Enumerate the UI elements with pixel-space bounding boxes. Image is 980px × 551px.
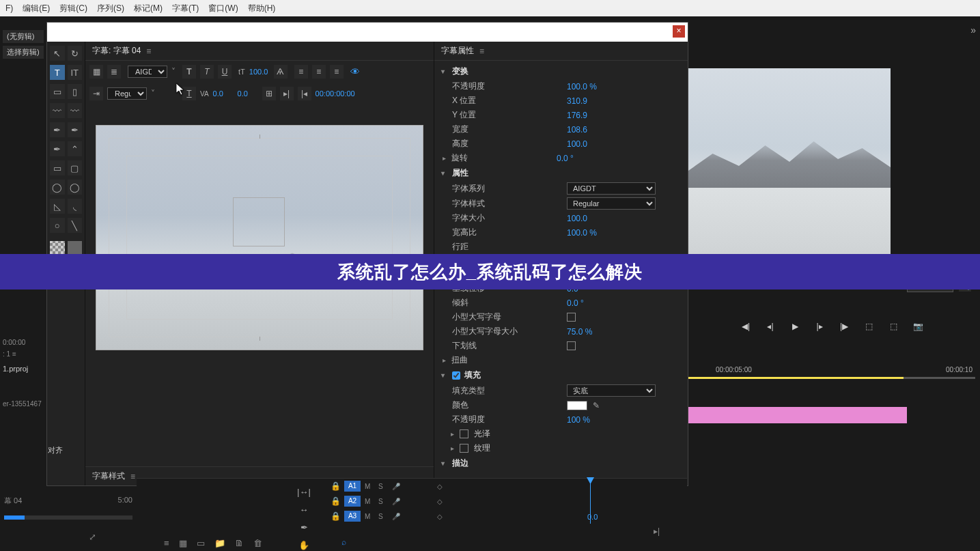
zoom-ratio[interactable]: : 1 ≡ bbox=[3, 350, 44, 358]
font-size-value[interactable]: 100.0 bbox=[249, 68, 270, 76]
menu-file[interactable]: F) bbox=[5, 3, 13, 13]
mark-in-icon[interactable]: ◀| bbox=[740, 321, 751, 332]
trash-icon[interactable]: 🗑 bbox=[253, 538, 262, 548]
track-tag-a3[interactable]: A3 bbox=[344, 511, 361, 522]
styles-menu-icon[interactable]: ≡ bbox=[130, 472, 135, 481]
font-size-value-2[interactable]: 100.0 bbox=[567, 214, 587, 223]
rounded-rect-tool[interactable]: ▢ bbox=[68, 160, 83, 175]
mute-btn[interactable]: M bbox=[365, 483, 374, 490]
rotate-tool[interactable]: ↻ bbox=[68, 46, 83, 61]
menu-sequence[interactable]: 序列(S) bbox=[97, 3, 124, 14]
voice-icon[interactable]: 🎤 bbox=[392, 498, 402, 505]
height-value[interactable]: 100.0 bbox=[567, 139, 587, 149]
lock-icon[interactable]: 🔒 bbox=[331, 496, 340, 506]
lift-icon[interactable]: ⬚ bbox=[863, 321, 874, 332]
close-icon[interactable]: × bbox=[673, 25, 685, 38]
area-type-tool[interactable]: ▭ bbox=[50, 84, 65, 99]
fill-type-select[interactable]: 实底 bbox=[567, 384, 656, 397]
align-center-icon[interactable]: ≡ bbox=[312, 65, 326, 79]
lock-icon[interactable]: 🔒 bbox=[331, 481, 340, 491]
color-swatch[interactable] bbox=[567, 401, 587, 410]
extract-icon[interactable]: ⬚ bbox=[888, 321, 899, 332]
solo-btn[interactable]: S bbox=[378, 513, 388, 520]
section-properties[interactable]: ▾属性 bbox=[434, 165, 688, 181]
fill-enable-check[interactable] bbox=[452, 371, 460, 380]
menu-window[interactable]: 窗口(W) bbox=[208, 3, 238, 14]
panel-menu-icon[interactable]: ≡ bbox=[146, 46, 151, 56]
snap-icon[interactable]: ⌕ bbox=[341, 537, 346, 547]
line-tool[interactable]: ╲ bbox=[68, 218, 83, 233]
italic-icon[interactable]: T bbox=[200, 65, 214, 79]
keyframe-icon[interactable]: ◇ bbox=[437, 498, 447, 505]
wedge-tool[interactable]: ◺ bbox=[50, 199, 65, 214]
playhead[interactable] bbox=[590, 479, 591, 524]
project-file[interactable]: 1.prproj bbox=[3, 365, 44, 373]
list-view-icon[interactable]: ≡ bbox=[164, 538, 169, 548]
pen-tool-2[interactable]: ✒ bbox=[297, 521, 311, 533]
kerning-icon[interactable]: Ѧ bbox=[274, 65, 288, 79]
skip-icon[interactable]: ▸| bbox=[654, 526, 660, 536]
align-right-icon[interactable]: ≡ bbox=[330, 65, 344, 79]
zoom-scrollbar[interactable] bbox=[4, 515, 132, 520]
vertical-path-type-tool[interactable]: 〰 bbox=[68, 103, 83, 118]
mark-out-icon[interactable]: |▶ bbox=[839, 321, 850, 332]
icon-view-icon[interactable]: ▦ bbox=[179, 538, 187, 548]
y-value[interactable]: 176.9 bbox=[567, 111, 587, 120]
selection-tool[interactable]: ↖ bbox=[50, 46, 65, 61]
fill-opacity-value[interactable]: 100 % bbox=[567, 415, 590, 425]
type-tool[interactable]: T bbox=[50, 65, 65, 80]
font-select[interactable]: AIGDT bbox=[128, 66, 167, 78]
font-style-select[interactable]: Regular bbox=[567, 197, 656, 210]
rotation-value[interactable]: 0.0 ° bbox=[557, 154, 574, 163]
width-value[interactable]: 108.6 bbox=[567, 125, 587, 135]
export-frame-icon[interactable]: 📷 bbox=[912, 321, 923, 332]
font-family-select[interactable]: AIGDT bbox=[567, 182, 656, 195]
timecode[interactable]: 00:00:00:00 bbox=[316, 89, 355, 98]
tab-icon[interactable]: ⇥ bbox=[89, 87, 103, 100]
ellipse-tool[interactable]: ◯ bbox=[68, 180, 83, 195]
work-area-bar[interactable] bbox=[688, 377, 975, 379]
program-canvas[interactable] bbox=[688, 68, 891, 266]
freeform-view-icon[interactable]: ▭ bbox=[197, 538, 205, 548]
add-anchor-tool[interactable]: ✒ bbox=[68, 122, 83, 137]
new-bin-icon[interactable]: 📁 bbox=[214, 538, 225, 548]
solo-btn[interactable]: S bbox=[378, 498, 388, 505]
track-tag-a2[interactable]: A2 bbox=[344, 496, 361, 507]
clipped-rect-tool[interactable]: ◯ bbox=[50, 180, 65, 195]
roll-crawl-icon[interactable]: ≣ bbox=[107, 65, 121, 79]
texture-check[interactable] bbox=[460, 444, 468, 453]
opacity-value[interactable]: 100.0 % bbox=[567, 82, 597, 91]
expand-icon[interactable]: ⤢ bbox=[89, 532, 96, 542]
title-canvas[interactable] bbox=[96, 125, 423, 350]
delete-anchor-tool[interactable]: ✒ bbox=[50, 141, 65, 156]
ripple-tool[interactable]: |↔| bbox=[297, 485, 311, 498]
path-type-tool[interactable]: 〰 bbox=[50, 103, 65, 118]
mute-btn[interactable]: M bbox=[365, 498, 374, 505]
text-cursor-box[interactable] bbox=[233, 197, 285, 246]
tab-stops-icon[interactable]: ⊞ bbox=[262, 87, 276, 100]
bold-icon[interactable]: T bbox=[182, 65, 196, 79]
convert-anchor-tool[interactable]: ⌃ bbox=[68, 141, 83, 156]
step-fwd-icon[interactable]: |▸ bbox=[814, 321, 825, 332]
video-clip[interactable] bbox=[688, 407, 907, 423]
kerning-value[interactable]: 0.0 bbox=[213, 89, 234, 98]
smallcaps-size-value[interactable]: 75.0 % bbox=[567, 327, 592, 337]
baseline-up-icon[interactable]: ▸| bbox=[280, 87, 294, 100]
menu-title[interactable]: 字幕(T) bbox=[172, 3, 199, 14]
solo-btn[interactable]: S bbox=[378, 483, 388, 490]
section-fill[interactable]: ▾填充 bbox=[434, 367, 688, 383]
voice-icon[interactable]: 🎤 bbox=[392, 513, 402, 520]
section-stroke[interactable]: ▾描边 bbox=[434, 455, 688, 471]
titler-titlebar[interactable]: × bbox=[47, 23, 688, 42]
ellipse-tool-2[interactable]: ○ bbox=[50, 218, 65, 233]
timeline-ruler[interactable]: 00:00:05:00 00:00:10 bbox=[688, 362, 975, 382]
hand-tool[interactable]: ✋ bbox=[297, 539, 311, 551]
smallcaps-check[interactable] bbox=[567, 313, 576, 322]
voice-icon[interactable]: 🎤 bbox=[392, 483, 402, 490]
leading-value[interactable]: 0.0 bbox=[238, 89, 258, 98]
vertical-type-tool[interactable]: IT bbox=[68, 65, 83, 80]
underline-icon-2[interactable]: T bbox=[182, 87, 196, 100]
sheen-check[interactable] bbox=[460, 429, 468, 438]
slip-tool[interactable]: ↔ bbox=[297, 503, 311, 515]
lock-icon[interactable]: 🔒 bbox=[331, 511, 340, 521]
